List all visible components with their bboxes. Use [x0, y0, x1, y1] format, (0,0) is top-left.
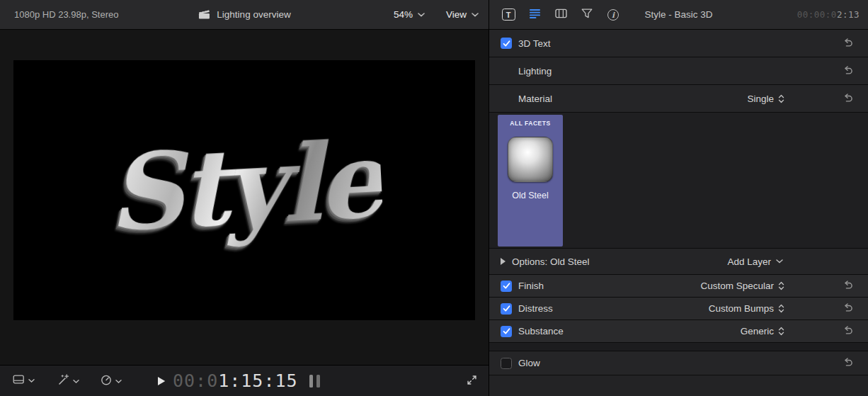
finish-checkbox[interactable]	[501, 281, 512, 292]
inspector-pane: T i Style - Basic 3D 00:00:02:13 3D Text…	[489, 0, 868, 396]
chevron-down-icon	[73, 380, 79, 383]
lighting-label: Lighting	[518, 66, 552, 77]
inspector-title: Style - Basic 3D	[644, 9, 712, 20]
substance-popup-value: Generic	[741, 326, 774, 336]
timecode-display[interactable]: 00:01:15:15	[173, 370, 298, 391]
chevron-down-icon	[472, 13, 479, 17]
view-label: View	[446, 9, 467, 20]
substance-checkbox[interactable]	[501, 326, 512, 337]
tab-video-inspector[interactable]	[553, 8, 569, 22]
project-title-group: Lighting overview	[198, 9, 290, 20]
material-reset-button[interactable]	[837, 94, 858, 104]
project-title: Lighting overview	[217, 9, 290, 20]
finish-popup-value: Custom Specular	[700, 281, 774, 291]
video-inspector-icon	[555, 9, 567, 21]
tab-info-inspector[interactable]: i	[605, 8, 621, 22]
inspector-tabs: T i	[501, 8, 621, 22]
distress-reset-button[interactable]	[837, 303, 858, 314]
canvas[interactable]: Style	[13, 60, 475, 320]
distress-checkbox[interactable]	[501, 303, 512, 315]
material-popup-value: Single	[747, 94, 774, 104]
updown-chevrons-icon	[778, 94, 784, 104]
viewer-content: Style	[0, 30, 489, 365]
row-3d-text: 3D Text	[489, 30, 868, 57]
speedometer-icon	[101, 374, 112, 388]
viewer-toolbar: 1080p HD 23.98p, Stereo Lighting overvie…	[0, 0, 489, 30]
substance-popup[interactable]: Generic	[741, 326, 784, 336]
tab-color-inspector[interactable]	[579, 8, 595, 22]
3d-text-reset-button[interactable]	[837, 38, 858, 49]
chevron-down-icon	[115, 380, 122, 383]
disclosure-triangle-icon[interactable]	[501, 258, 506, 265]
format-label: 1080p HD 23.98p, Stereo	[14, 9, 118, 20]
add-layer-menu[interactable]: Add Layer	[727, 256, 783, 267]
3d-text-label: 3D Text	[518, 38, 551, 49]
inspector-timecode-bright: 2:13	[837, 9, 860, 20]
play-button[interactable]	[157, 376, 166, 386]
tab-text-inspector[interactable]: T	[501, 8, 516, 22]
audio-meters-button[interactable]	[309, 375, 320, 387]
options-label: Options: Old Steel	[512, 256, 590, 267]
timecode-current: 1:15:15	[218, 370, 297, 391]
updown-chevrons-icon	[778, 303, 784, 314]
distress-label: Distress	[518, 303, 553, 314]
inspector-timecode-dim: 00:00:0	[797, 9, 837, 20]
magic-wand-icon	[58, 374, 69, 388]
funnel-icon	[581, 9, 593, 21]
material-swatch-selected[interactable]: ALL FACETS Old Steel	[498, 115, 563, 247]
updown-chevrons-icon	[778, 326, 784, 336]
row-finish: Finish Custom Specular	[489, 275, 868, 298]
material-name: Old Steel	[512, 191, 548, 200]
finish-popup[interactable]: Custom Specular	[700, 281, 784, 291]
enhancements-menu[interactable]	[58, 374, 79, 388]
chevron-down-icon	[418, 13, 425, 17]
viewer-pane: 1080p HD 23.98p, Stereo Lighting overvie…	[0, 0, 489, 396]
distress-popup-value: Custom Bumps	[709, 303, 774, 314]
clapperboard-icon	[198, 9, 210, 20]
text-lines-icon	[529, 9, 541, 21]
lighting-reset-button[interactable]	[837, 66, 858, 77]
inspector-timecode: 00:00:02:13	[797, 9, 860, 20]
row-substance: Substance Generic	[489, 320, 868, 343]
tab-text-format[interactable]	[527, 8, 542, 22]
view-menu[interactable]: View	[446, 9, 479, 20]
3d-text-checkbox[interactable]	[501, 38, 512, 49]
glow-label: Glow	[518, 358, 540, 368]
display-options-icon	[13, 374, 25, 387]
material-label: Material	[518, 94, 552, 104]
row-glow: Glow	[489, 351, 868, 375]
material-popup[interactable]: Single	[747, 94, 784, 104]
updown-chevrons-icon	[778, 281, 784, 291]
glow-reset-button[interactable]	[837, 358, 858, 368]
zoom-value: 54%	[394, 9, 413, 20]
material-preview-sphere	[508, 137, 553, 182]
app-window: 1080p HD 23.98p, Stereo Lighting overvie…	[0, 0, 868, 396]
row-material: Material Single	[489, 85, 868, 113]
row-material-options: Options: Old Steel Add Layer	[489, 249, 868, 275]
retime-menu[interactable]	[101, 374, 122, 388]
finish-label: Finish	[518, 281, 544, 291]
substance-reset-button[interactable]	[837, 326, 858, 336]
substance-label: Substance	[518, 326, 564, 336]
expand-icon[interactable]	[467, 375, 477, 385]
section-divider	[489, 343, 868, 351]
3d-title-text: Style	[104, 118, 384, 255]
display-options-menu[interactable]	[13, 374, 35, 387]
finish-reset-button[interactable]	[837, 281, 858, 291]
material-well: ALL FACETS Old Steel	[489, 113, 868, 249]
timecode-hours: 00:0	[173, 370, 218, 391]
distress-popup[interactable]: Custom Bumps	[709, 303, 784, 314]
row-distress: Distress Custom Bumps	[489, 298, 868, 320]
glow-checkbox[interactable]	[501, 358, 512, 369]
facets-label: ALL FACETS	[510, 120, 550, 127]
zoom-menu[interactable]: 54%	[394, 9, 425, 20]
chevron-down-icon	[28, 379, 35, 383]
inspector-toolbar: T i Style - Basic 3D 00:00:02:13	[489, 0, 868, 30]
chevron-down-icon	[776, 259, 783, 264]
row-lighting: Lighting	[489, 57, 868, 85]
add-layer-label: Add Layer	[727, 256, 771, 267]
viewer-bottom-toolbar: 00:01:15:15	[0, 365, 489, 396]
text-inspector-icon: T	[502, 9, 515, 21]
info-icon: i	[607, 9, 619, 21]
